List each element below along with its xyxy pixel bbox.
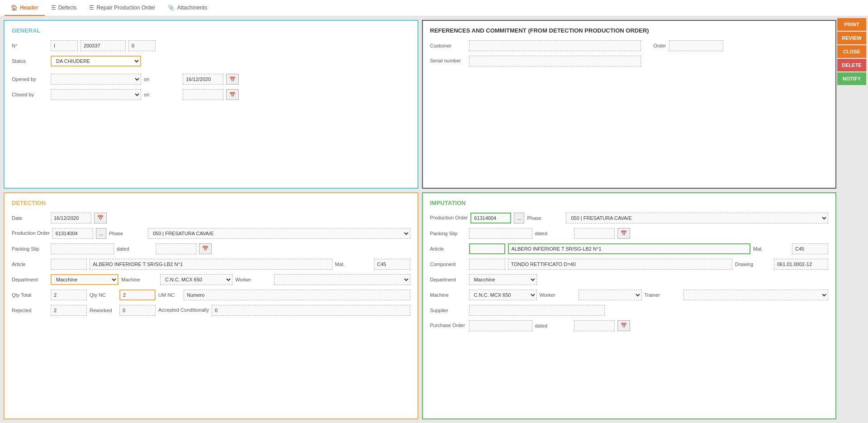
imputation-packing-input[interactable] — [469, 228, 532, 239]
print-button[interactable]: PRINT — [837, 18, 866, 31]
tab-repair[interactable]: ☰ Repair Production Order — [83, 0, 161, 16]
references-title: REFERENCES AND COMMITMENT (FROM DETECTIO… — [430, 27, 829, 34]
detection-packing-calendar[interactable]: 📅 — [199, 243, 212, 254]
imputation-mat-input[interactable] — [792, 243, 828, 254]
panel-general: GENERAL N° Status DA CHIUDERE Opened by … — [4, 20, 418, 189]
detection-phase-label: Phase — [109, 231, 145, 236]
detection-rejected-row: Rejected Reworked Accepted Conditionally — [12, 305, 410, 316]
imputation-purchase-calendar[interactable]: 📅 — [617, 320, 630, 331]
detection-mat-input[interactable] — [374, 259, 410, 270]
imputation-purchase-dated-label: dated — [535, 323, 571, 328]
close-button[interactable]: CLOSE — [837, 45, 866, 58]
n-label: N° — [12, 43, 48, 48]
imputation-article-name-input[interactable] — [508, 243, 751, 254]
detection-reworked-input[interactable] — [119, 305, 156, 316]
detection-rejected-label: Rejected — [12, 308, 48, 313]
defects-icon: ☰ — [51, 5, 56, 11]
detection-qty-total-input[interactable] — [51, 290, 87, 300]
detection-po-input[interactable] — [52, 228, 93, 239]
imputation-po-input[interactable] — [470, 213, 511, 223]
imputation-component-code-input[interactable] — [469, 259, 505, 270]
imputation-mat-label: Mat. — [753, 246, 789, 252]
order-label: Order — [644, 43, 666, 48]
detection-po-dots[interactable]: ... — [96, 228, 106, 239]
detection-um-nc-input[interactable] — [184, 290, 410, 300]
review-button[interactable]: REVIEW — [837, 32, 866, 44]
delete-button[interactable]: DELETE — [837, 59, 866, 71]
order-input[interactable] — [669, 40, 723, 51]
attachments-icon: 📎 — [168, 5, 175, 11]
imputation-po-dots[interactable]: ... — [514, 213, 524, 223]
imputation-supplier-label: Supplier — [430, 308, 466, 313]
imputation-packing-calendar[interactable]: 📅 — [617, 228, 630, 239]
closed-date-input[interactable] — [183, 89, 223, 100]
imputation-purchase-input[interactable] — [469, 320, 532, 331]
imputation-purchase-date-input[interactable] — [574, 320, 615, 331]
panel-references: REFERENCES AND COMMITMENT (FROM DETECTIO… — [422, 20, 837, 189]
imputation-component-name-input[interactable] — [508, 259, 733, 270]
customer-input[interactable] — [469, 40, 641, 51]
imputation-drawing-input[interactable] — [774, 259, 828, 270]
detection-machine-select[interactable]: C.N.C. MCX 650 — [160, 274, 232, 285]
imputation-supplier-input[interactable] — [469, 305, 605, 316]
serial-number-input[interactable] — [469, 56, 641, 67]
imputation-packing-label: Packing Slip — [430, 231, 466, 236]
detection-po-label: Production Order — [12, 230, 50, 236]
n-main-input[interactable] — [81, 40, 126, 51]
status-select[interactable]: DA CHIUDERE — [51, 56, 141, 67]
serial-number-row: Serial number — [430, 56, 829, 67]
opened-date-input[interactable] — [183, 74, 223, 85]
detection-date-input[interactable] — [51, 213, 91, 223]
imputation-component-label: Component — [430, 261, 466, 267]
imputation-worker-select[interactable] — [579, 290, 642, 300]
detection-dept-select[interactable]: Macchine — [51, 274, 119, 285]
tab-header[interactable]: 🏠 Header — [5, 0, 45, 16]
closed-by-select[interactable] — [51, 89, 141, 100]
closed-date-calendar[interactable]: 📅 — [226, 89, 239, 100]
detection-accepted-input[interactable] — [212, 305, 410, 316]
notify-button[interactable]: NOTIFY — [837, 72, 866, 85]
imputation-article-code-input[interactable] — [469, 243, 505, 254]
closed-on-label: on — [144, 92, 180, 97]
imputation-dept-label: Department — [430, 277, 466, 282]
status-label: Status — [12, 58, 48, 64]
detection-rejected-input[interactable] — [51, 305, 87, 316]
imputation-dated-label: dated — [535, 231, 571, 236]
detection-article-row: Article Mat. — [12, 259, 410, 270]
imputation-po-label: Production Order — [430, 214, 468, 221]
detection-po-row: Production Order ... Phase 050 | FRESATU… — [12, 228, 410, 239]
detection-article-label: Article — [12, 261, 48, 267]
imputation-packing-date-input[interactable] — [574, 228, 615, 239]
detection-qty-nc-label: Qty NC — [90, 292, 117, 298]
detection-qty-nc-input[interactable] — [119, 290, 156, 300]
detection-worker-select[interactable] — [274, 274, 410, 285]
imputation-phase-label: Phase — [527, 215, 563, 221]
detection-packing-date-input[interactable] — [156, 243, 196, 254]
tab-attachments[interactable]: 📎 Attachments — [161, 0, 213, 16]
n-row: N° — [12, 40, 410, 51]
side-buttons: PRINT REVIEW CLOSE DELETE NOTIFY — [835, 16, 868, 87]
detection-dated-label: dated — [117, 246, 153, 252]
imputation-trainer-select[interactable] — [683, 290, 829, 300]
opened-by-select[interactable] — [51, 74, 141, 85]
detection-date-calendar[interactable]: 📅 — [94, 213, 107, 223]
imputation-title: IMPUTATION — [430, 200, 829, 206]
customer-row: Customer Order — [430, 40, 829, 51]
detection-dept-row: Department Macchine Machine C.N.C. MCX 6… — [12, 274, 410, 285]
detection-article-code-input[interactable] — [51, 259, 87, 270]
detection-packing-label: Packing Slip — [12, 246, 48, 252]
detection-date-row: Date 📅 — [12, 213, 410, 223]
top-navigation: 🏠 Header ☰ Defects ☰ Repair Production O… — [0, 0, 868, 16]
header-icon: 🏠 — [11, 5, 18, 11]
n-suffix-input[interactable] — [128, 40, 156, 51]
n-prefix-input[interactable] — [51, 40, 78, 51]
detection-phase-select[interactable]: 050 | FRESATURA CAVA/E — [148, 228, 410, 239]
imputation-phase-select[interactable]: 050 | FRESATURA CAVA/E — [566, 213, 828, 223]
opened-date-calendar[interactable]: 📅 — [226, 74, 239, 85]
imputation-machine-select[interactable]: C.N.C. MCX 650 — [469, 290, 537, 300]
imputation-dept-select[interactable]: Macchine — [469, 274, 537, 285]
detection-packing-input[interactable] — [51, 243, 114, 254]
detection-article-name-input[interactable] — [90, 259, 332, 270]
tab-defects[interactable]: ☰ Defects — [45, 0, 83, 16]
general-title: GENERAL — [12, 27, 410, 34]
